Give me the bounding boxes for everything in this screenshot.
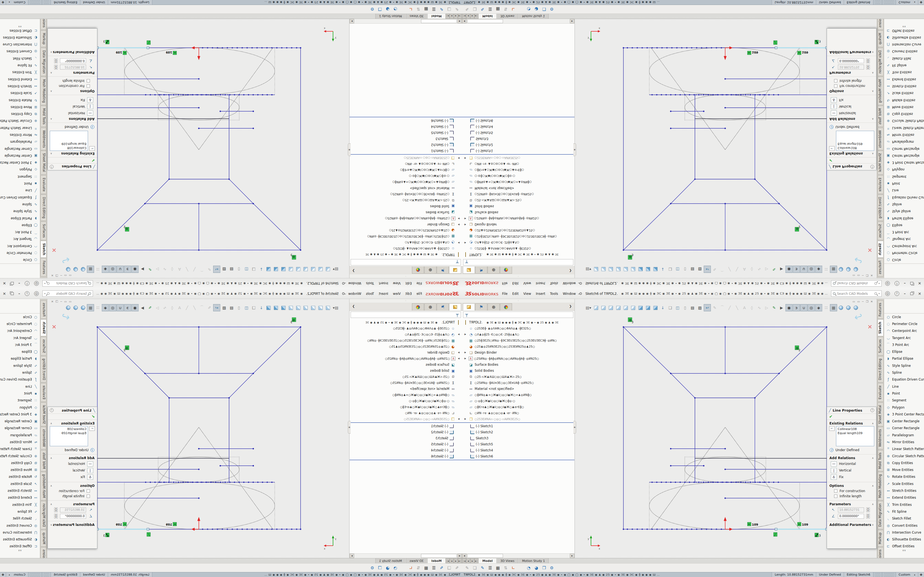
rollback-bar[interactable] [349,422,462,423]
view-toolbar-icon[interactable] [600,266,607,273]
ok-check-icon[interactable]: ✔ [48,157,97,163]
tree-item[interactable]: ▶ ❏ Design Binder [462,350,575,356]
view-toolbar-icon[interactable]: ▦ [87,266,94,273]
rollback-bar[interactable] [462,117,575,117]
tree-item[interactable]: ◕ ○25♟◎25ИΝЗΕ25○◎○25ЗΕИΝ25◎♟25○ [462,343,575,350]
tree-item-sketch[interactable]: (-) Sketch6 [462,118,575,124]
view-toolbar-icon[interactable] [310,304,317,311]
command-manager-tab[interactable]: Data Migration [41,48,47,76]
expand-arrow-icon[interactable]: ▶ [458,417,460,420]
pin-menu-icon[interactable] [580,292,582,295]
view-toolbar-icon[interactable]: ✎ [206,266,213,273]
sketch-point-rows[interactable] [145,482,297,529]
sketch-tool-button[interactable]: ○ Circle [884,314,924,321]
relation-entry[interactable]: Equal length109 [52,431,86,435]
tree-item-sketch[interactable]: (-) Sketch2 [462,429,575,435]
bottom-toolbar-icon[interactable]: ⚙ [548,564,555,571]
sketch-tool-button[interactable]: ◡ Tangent Arc [0,334,40,341]
section-parameters[interactable]: Parameters∧ [48,70,97,76]
large-ellipse[interactable] [649,482,800,529]
collapse-chevron-icon[interactable]: ∧ [50,503,52,506]
exit-sketch-icon[interactable]: ✕ [867,247,872,253]
sketch-tool-button[interactable]: ◯ Ellipse [0,222,40,229]
menu-item[interactable]: Edit [512,292,519,296]
restore-button[interactable] [11,292,14,295]
scrollbar-thumb[interactable] [467,19,503,23]
sketch-tool-button[interactable]: ∷ Segment [0,173,40,180]
view-toolbar-icon[interactable]: ∿ [756,304,763,311]
sketch-tool-button[interactable]: ╱ Line [884,187,924,194]
bottom-toolbar-icon[interactable]: ✎ [479,6,486,13]
command-manager-tab[interactable]: Features [41,258,47,277]
tab-configuration-manager[interactable]: ⊕ [424,266,436,274]
tree-item[interactable]: ◪ Surface Bodies [349,210,462,215]
section-existing-relations[interactable]: Existing Relations∧ [827,420,876,426]
document-tab[interactable]: Motion Study 1 [518,14,549,19]
view-toolbar-icon[interactable]: ✎ [146,304,153,311]
view-toolbar-icon[interactable] [592,266,599,273]
view-toolbar-icon[interactable] [615,304,622,311]
titlebar-toolbar-icons[interactable]: ◉ ЗΕ ◉ Ш ◉ ◉ ◉ ╬ ◉ ЭС ◉ ЗΕ ◉ • ◉ 25 ◉ ♟ … [621,282,827,285]
view-toolbar-icon[interactable]: ✎ [711,304,718,311]
command-manager-tab[interactable]: Mold Tools [41,106,47,127]
view-toolbar-icon[interactable]: ∷ [94,266,102,273]
bottom-toolbar-icon[interactable]: ☰ [430,564,437,571]
sketch-point-rows[interactable] [627,48,779,95]
relation-entry[interactable]: Equal length109 [838,142,872,146]
close-button[interactable]: ✕ [3,281,6,286]
view-toolbar-icon[interactable]: ◈ [815,266,822,273]
bottom-toolbar-icon[interactable]: ⇅ [415,564,422,571]
menu-item[interactable]: Insert [536,292,545,296]
sketch-tool-button[interactable]: ◠ Centerpoint Arc [884,243,924,250]
menu-item[interactable]: View [393,282,401,285]
tree-root[interactable]: TЯPDL2. ◉ ЗΕ ◉ Ш ◉ ◉ ◉ ╬ ◉ ЭС ◉ ЗΕ ◉ • ◉… [462,319,575,325]
minimize-button[interactable]: – [904,281,906,285]
section-additional-parameters[interactable]: Additional Parameters∨ [48,50,97,56]
sketch-tool-button[interactable]: ⊛ Circular Sketch Pattern [0,118,40,124]
construction-triangle[interactable] [651,48,800,150]
sketch-tool-button[interactable]: ∷ Segment [0,397,40,404]
view-toolbar-icon[interactable]: ▤▾ [585,266,592,273]
tree-item[interactable]: ▦ ○25╬ЗΕ25○ИΝ◎◦╬ЭСЗΕUЗΕ25○◎○25ЗΕUЗΕСЭ╬◦◎… [349,234,462,240]
add-relation-option[interactable]: ⚓ Fix [827,97,876,103]
view-toolbar-icon[interactable] [79,266,87,273]
sketch-tool-button[interactable]: ◐ Silhouette Entities [0,34,40,41]
tree-item[interactable]: ≔ Material <not specified> [462,386,575,392]
view-toolbar-icon[interactable]: ▨ [221,266,228,273]
command-manager-tab[interactable]: Weldments [41,127,47,150]
document-tab[interactable]: Model [427,14,446,19]
view-toolbar-icon[interactable]: ▷ [154,266,161,273]
tree-item[interactable]: ▱ ○·◎╬○Ж◉Ι○◎○Ι◉Ж○╬◎·○ [349,173,462,179]
sketch-tool-button[interactable]: ▪ Point [884,390,924,397]
long-horizontals[interactable] [649,469,827,498]
mdi-window-button[interactable]: ❐ [866,274,869,277]
sketch-tool-button[interactable]: ▱ Parallelogram [884,139,924,145]
option-row[interactable]: Infinite length [827,493,876,499]
bottom-toolbar-icon[interactable] [517,6,524,13]
menu-item[interactable]: File [416,292,422,296]
bottom-toolbar-icon[interactable] [400,6,407,13]
view-toolbar-icon[interactable] [280,266,287,273]
tab-dimxpert-manager[interactable] [500,303,512,311]
sketch-tool-button[interactable]: ↦ Extend Entities [884,76,924,83]
help-icon[interactable]: ? [895,281,899,286]
command-manager-tab[interactable]: Evaluate [41,383,47,402]
menu-item[interactable]: File [502,282,508,285]
tree-item[interactable]: ▦ ○25╬ЗΕ25○ИΝ◎◦╬ЭСЗΕUЗΕ25○◎○25ЗΕUЗΕСЭ╬◦◎… [462,337,575,343]
titlebar-toolbar-icons[interactable]: ◉ ЗΕ ◉ Ш ◉ ◉ ◉ ╬ ◉ ЭС ◉ ЗΕ ◉ • ◉ 25 ◉ ♟ … [621,292,827,295]
view-toolbar-icon[interactable]: ▦ [830,304,837,311]
command-manager-tab[interactable]: Weldments [877,127,884,150]
sketch-tool-button[interactable]: ⋂ Intersection Curve [884,529,924,536]
angle-field[interactable]: 0.00000000° [60,514,86,519]
angle-spinner[interactable]: ▲▼ [866,58,870,63]
sketch-tool-button[interactable]: ⌒ 3 Point Arc [884,229,924,236]
command-manager-tab[interactable]: Direct Editing [877,356,884,382]
view-toolbar-icon[interactable]: ∿ [161,266,168,273]
tree-item[interactable]: ▶ ❏ Design Binder [349,350,462,356]
bottom-toolbar-icon[interactable]: ❐ [376,6,383,13]
ok-check-icon[interactable]: ✔ [48,414,97,420]
sketch-tool-button[interactable]: ▱ Parallelogram [884,432,924,438]
exit-sketch-icon[interactable]: ✕ [52,324,57,330]
sketch-tool-button[interactable]: ⊞ Move Entities [0,103,40,110]
expand-arrow-icon[interactable]: ▶ [464,242,466,244]
